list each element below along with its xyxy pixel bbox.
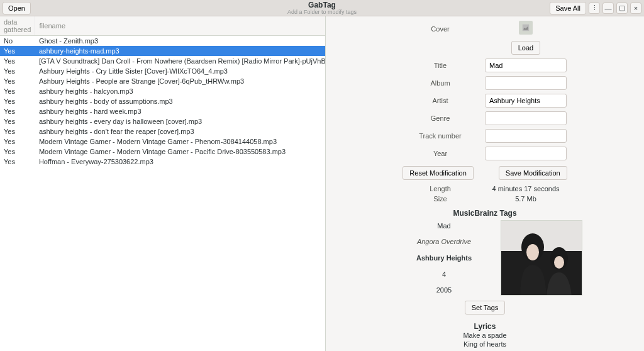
cover-placeholder [519,21,533,35]
mb-title: Mad [387,222,501,230]
svg-point-3 [526,244,539,260]
tag-editor-pane: Cover Load Title Album Artist Genre [326,16,644,351]
cell-gathered: Yes [0,96,35,106]
cell-filename: ashbury heights - hard week.mp3 [35,106,326,116]
year-label: Year [403,150,485,157]
track-label: Track number [403,132,485,140]
table-row[interactable]: YesAshbury Heights - People are Strange … [0,76,326,86]
artist-input[interactable] [485,94,567,108]
app-title: GabTag [308,1,336,9]
album-input[interactable] [485,76,567,90]
window-title-area: GabTag Add a Folder to modify tags [0,1,644,15]
lyrics-line: I was made [458,349,511,351]
set-tags-button[interactable]: Set Tags [465,301,506,315]
table-row[interactable]: Yes[GTA V Soundtrack] Dan Croll - From N… [0,56,326,66]
musicbrainz-header: MusicBrainz Tags [453,209,516,218]
size-label: Size [403,195,485,203]
cell-gathered: No [0,36,35,47]
table-row[interactable]: YesModern Vintage Gamer - Modern Vintage… [0,147,326,157]
open-button[interactable]: Open [3,2,31,14]
genre-label: Genre [403,114,485,122]
album-label: Album [403,79,485,87]
table-row[interactable]: NoGhost - Zenith.mp3 [0,36,326,47]
svg-point-5 [554,256,564,269]
table-row[interactable]: Yesashbury heights - body of assumptions… [0,96,326,106]
cell-gathered: Yes [0,106,35,116]
length-value: 4 minutes 17 seconds [485,185,567,192]
cell-gathered: Yes [0,136,35,147]
cell-filename: [GTA V Soundtrack] Dan Croll - From Nowh… [35,56,326,66]
size-value: 5.7 Mb [485,195,567,203]
lyrics-line: Make a spade [458,331,511,340]
cell-gathered: Yes [0,66,35,76]
cell-filename: ashbury heights - every day is halloween… [35,116,326,126]
menu-icon[interactable]: ⋮ [589,3,600,14]
col-header-filename[interactable]: filename [35,16,326,36]
minimize-icon[interactable]: — [602,3,614,14]
cell-gathered: Yes [0,86,35,96]
mb-artist: Ashbury Heights [387,254,501,262]
table-row[interactable]: Yesashbury heights - every day is hallow… [0,116,326,126]
table-row[interactable]: Yesashbury heights - don't fear the reap… [0,126,326,136]
title-label: Title [403,62,485,69]
close-icon[interactable]: × [630,3,641,14]
length-label: Length [403,185,485,192]
cell-filename: Ghost - Zenith.mp3 [35,36,326,47]
cell-filename: Modern Vintage Gamer - Modern Vintage Ga… [35,147,326,157]
maximize-icon[interactable]: ▢ [616,3,628,14]
track-input[interactable] [485,129,567,143]
reset-button[interactable]: Reset Modification [402,166,474,180]
cell-gathered: Yes [0,147,35,157]
cell-gathered: Yes [0,56,35,66]
cell-filename: ashbury heights - halcyon.mp3 [35,86,326,96]
file-list-pane[interactable]: data gathered filename NoGhost - Zenith.… [0,16,326,351]
save-button[interactable]: Save Modification [499,166,567,180]
cell-gathered: Yes [0,157,35,167]
musicbrainz-album-art [501,220,582,296]
save-all-button[interactable]: Save All [550,2,586,14]
genre-input[interactable] [485,111,567,125]
load-cover-button[interactable]: Load [511,41,540,55]
artist-label: Artist [403,97,485,104]
cell-gathered: Yes [0,126,35,136]
file-table[interactable]: data gathered filename NoGhost - Zenith.… [0,16,326,167]
cell-gathered: Yes [0,76,35,86]
title-input[interactable] [485,58,567,72]
year-input[interactable] [485,147,567,160]
table-row[interactable]: Yesashbury heights - halcyon.mp3 [0,86,326,96]
cell-gathered: Yes [0,116,35,126]
mb-year: 2005 [387,286,501,294]
cell-filename: Ashbury Heights - People are Strange [Co… [35,76,326,86]
mb-track: 4 [387,270,501,278]
cell-filename: ashbury heights - body of assumptions.mp… [35,96,326,106]
table-row[interactable]: Yesashbury heights - hard week.mp3 [0,106,326,116]
col-header-gathered[interactable]: data gathered [0,16,35,36]
cell-filename: Ashbury Heights - Cry Little Sister [Cov… [35,66,326,76]
lyrics-line: King of hearts [458,340,511,348]
lyrics-header: Lyrics [474,322,496,331]
mb-album: Angora Overdrive [387,238,501,245]
cover-label: Cover [403,25,485,33]
app-subtitle: Add a Folder to modify tags [0,9,644,15]
cell-filename: ashbury heights - don't fear the reaper … [35,126,326,136]
cell-filename: Modern Vintage Gamer - Modern Vintage Ga… [35,136,326,147]
cell-filename: Hoffman - Everyway-275303622.mp3 [35,157,326,167]
table-row[interactable]: Yesashbury-heights-mad.mp3 [0,46,326,56]
cell-gathered: Yes [0,46,35,56]
table-row[interactable]: YesModern Vintage Gamer - Modern Vintage… [0,136,326,147]
lyrics-body: Make a spadeKing of heartsI was madeFrom… [458,331,511,351]
table-row[interactable]: YesHoffman - Everyway-275303622.mp3 [0,157,326,167]
cell-filename: ashbury-heights-mad.mp3 [35,46,326,56]
table-row[interactable]: YesAshbury Heights - Cry Little Sister [… [0,66,326,76]
